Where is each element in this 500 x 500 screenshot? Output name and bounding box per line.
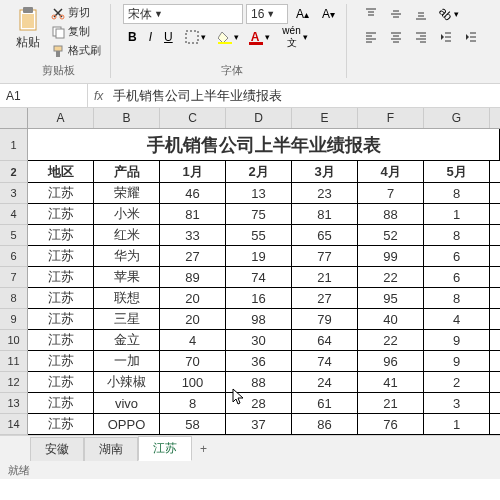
data-cell[interactable]: 红米 [94, 225, 160, 245]
row-header[interactable]: 9 [0, 309, 28, 330]
column-header[interactable]: A [28, 108, 94, 128]
data-cell[interactable]: 7 [358, 183, 424, 203]
row-header[interactable]: 3 [0, 183, 28, 204]
data-cell[interactable]: 21 [358, 393, 424, 413]
row-header[interactable]: 14 [0, 414, 28, 435]
data-cell[interactable]: 江苏 [28, 393, 94, 413]
column-header[interactable]: G [424, 108, 490, 128]
data-cell[interactable]: 74 [292, 351, 358, 371]
data-cell[interactable]: 33 [160, 225, 226, 245]
header-cell[interactable]: 产品 [94, 161, 160, 182]
data-cell[interactable]: 13 [226, 183, 292, 203]
data-cell[interactable]: 江苏 [28, 267, 94, 287]
header-cell[interactable]: 4月 [358, 161, 424, 182]
column-header[interactable]: E [292, 108, 358, 128]
data-cell[interactable]: 4 [424, 309, 490, 329]
column-header[interactable]: B [94, 108, 160, 128]
data-cell[interactable]: 8 [424, 288, 490, 308]
increase-font-button[interactable]: A▴ [291, 4, 314, 24]
align-center-button[interactable] [384, 27, 408, 47]
column-header[interactable]: C [160, 108, 226, 128]
data-cell[interactable]: 三星 [94, 309, 160, 329]
name-box[interactable]: A1 [0, 84, 88, 107]
data-cell[interactable]: 75 [226, 204, 292, 224]
data-cell[interactable]: 6 [424, 246, 490, 266]
data-cell[interactable]: 21 [292, 267, 358, 287]
font-color-button[interactable]: A▾ [246, 27, 276, 47]
header-cell[interactable]: 地区 [28, 161, 94, 182]
data-cell[interactable]: 77 [292, 246, 358, 266]
row-header[interactable]: 11 [0, 351, 28, 372]
data-cell[interactable]: 55 [226, 225, 292, 245]
data-cell[interactable]: 22 [358, 267, 424, 287]
data-cell[interactable]: 99 [358, 246, 424, 266]
data-cell[interactable]: 30 [226, 330, 292, 350]
column-header[interactable]: D [226, 108, 292, 128]
data-cell[interactable]: 1 [424, 414, 490, 434]
align-left-button[interactable] [359, 27, 383, 47]
data-cell[interactable]: 江苏 [28, 372, 94, 392]
align-bottom-button[interactable] [409, 4, 433, 24]
orientation-button[interactable]: ab▾ [434, 4, 464, 24]
data-cell[interactable]: 江苏 [28, 330, 94, 350]
data-cell[interactable]: 华为 [94, 246, 160, 266]
sheet-tab-jiangsu[interactable]: 江苏 [138, 436, 192, 461]
data-cell[interactable]: 88 [358, 204, 424, 224]
font-size-select[interactable]: 16▼ [246, 4, 288, 24]
data-cell[interactable]: 9 [424, 351, 490, 371]
header-cell[interactable]: 3月 [292, 161, 358, 182]
paste-button[interactable]: 粘贴 [12, 4, 44, 59]
border-button[interactable]: ▾ [180, 27, 211, 47]
data-cell[interactable]: 3 [424, 393, 490, 413]
row-header[interactable]: 2 [0, 161, 28, 183]
align-top-button[interactable] [359, 4, 383, 24]
data-cell[interactable]: 小米 [94, 204, 160, 224]
data-cell[interactable]: 28 [226, 393, 292, 413]
data-cell[interactable]: 8 [424, 225, 490, 245]
data-cell[interactable]: 江苏 [28, 225, 94, 245]
data-cell[interactable]: 89 [160, 267, 226, 287]
cut-button[interactable]: 剪切 [48, 4, 104, 21]
data-cell[interactable]: 98 [226, 309, 292, 329]
title-cell[interactable]: 手机销售公司上半年业绩报表 [28, 129, 500, 160]
data-cell[interactable]: 小辣椒 [94, 372, 160, 392]
row-header[interactable]: 12 [0, 372, 28, 393]
data-cell[interactable]: vivo [94, 393, 160, 413]
data-cell[interactable]: 52 [358, 225, 424, 245]
data-cell[interactable]: 24 [292, 372, 358, 392]
data-cell[interactable]: 22 [358, 330, 424, 350]
bold-button[interactable]: B [123, 27, 142, 47]
header-cell[interactable]: 1月 [160, 161, 226, 182]
data-cell[interactable]: 76 [358, 414, 424, 434]
row-header[interactable]: 1 [0, 129, 28, 161]
sheet-tab-anhui[interactable]: 安徽 [30, 437, 84, 461]
formula-input[interactable]: 手机销售公司上半年业绩报表 [109, 85, 494, 107]
data-cell[interactable]: 81 [160, 204, 226, 224]
copy-button[interactable]: 复制 [48, 23, 104, 40]
row-header[interactable]: 5 [0, 225, 28, 246]
data-cell[interactable]: 4 [160, 330, 226, 350]
data-cell[interactable]: 41 [358, 372, 424, 392]
decrease-font-button[interactable]: A▾ [317, 4, 340, 24]
data-cell[interactable]: 81 [292, 204, 358, 224]
data-cell[interactable]: 2 [424, 372, 490, 392]
format-painter-button[interactable]: 格式刷 [48, 42, 104, 59]
decrease-indent-button[interactable] [434, 27, 458, 47]
data-cell[interactable]: 16 [226, 288, 292, 308]
row-header[interactable]: 6 [0, 246, 28, 267]
fill-color-button[interactable]: ▾ [213, 27, 244, 47]
phonetic-button[interactable]: wén文▾ [277, 27, 312, 47]
data-cell[interactable]: 27 [292, 288, 358, 308]
data-cell[interactable]: 65 [292, 225, 358, 245]
data-cell[interactable]: 23 [292, 183, 358, 203]
data-cell[interactable]: 64 [292, 330, 358, 350]
data-cell[interactable]: 96 [358, 351, 424, 371]
sheet-tab-hunan[interactable]: 湖南 [84, 437, 138, 461]
row-header[interactable]: 7 [0, 267, 28, 288]
row-header[interactable]: 4 [0, 204, 28, 225]
underline-button[interactable]: U [159, 27, 178, 47]
data-cell[interactable]: 江苏 [28, 351, 94, 371]
data-cell[interactable]: 一加 [94, 351, 160, 371]
row-header[interactable]: 8 [0, 288, 28, 309]
data-cell[interactable]: 70 [160, 351, 226, 371]
